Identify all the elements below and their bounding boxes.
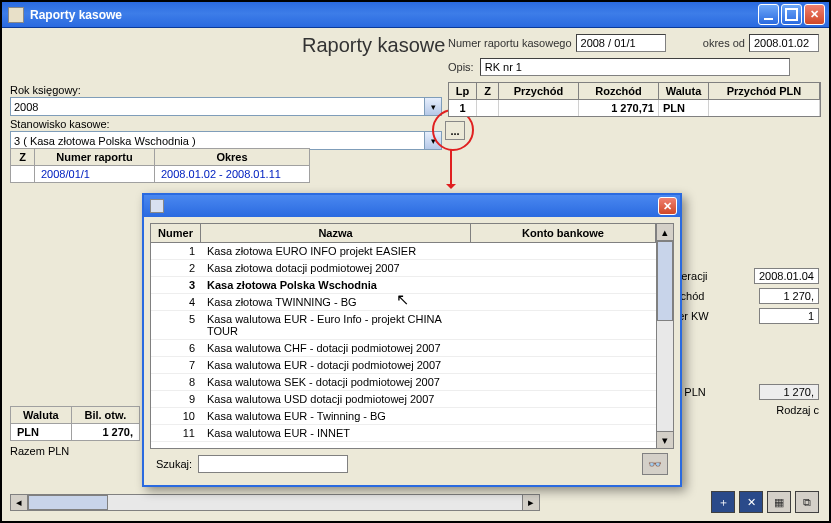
cell-numer: 9	[151, 391, 201, 407]
cell-nazwa: Kasa złotowa TWINNING - BG	[201, 294, 471, 310]
list-item[interactable]: 5Kasa walutowa EUR - Euro Info - projekt…	[151, 311, 656, 340]
year-label: Rok księgowy:	[10, 84, 442, 96]
col-lp-header[interactable]: Lp	[449, 83, 477, 99]
list-item[interactable]: 2Kasa złotowa dotacji podmiotowej 2007	[151, 260, 656, 277]
window-title: Raporty kasowe	[30, 8, 756, 22]
annotation-arrow	[450, 150, 452, 188]
detail-panel: operacji 2008.01.04 ozchód 1 270, mer KW…	[669, 268, 819, 416]
col-przychod-pln-header[interactable]: Przychód PLN	[709, 83, 820, 99]
cell-bil: 1 270,	[71, 424, 139, 441]
cell-konto	[471, 391, 656, 407]
opis-field[interactable]: RK nr 1	[480, 58, 790, 76]
list-item[interactable]: 9Kasa walutowa USD dotacji podmiotowej 2…	[151, 391, 656, 408]
col-numer-header[interactable]: Numer raportu	[35, 149, 155, 166]
detail-operacji-value[interactable]: 2008.01.04	[754, 268, 819, 284]
cell-numer[interactable]: 2008/01/1	[35, 166, 155, 183]
detail-odpln-value: 1 270,	[759, 384, 819, 400]
cell-nazwa: Kasa walutowa EUR - INNET	[201, 425, 471, 441]
search-label: Szukaj:	[156, 458, 192, 470]
list-item[interactable]: 1Kasa złotowa EURO INFO projekt EASIER	[151, 243, 656, 260]
list-item[interactable]: 11Kasa walutowa EUR - INNET	[151, 425, 656, 442]
col-okres-header[interactable]: Okres	[155, 149, 310, 166]
col-bil-header[interactable]: Bil. otw.	[71, 407, 139, 424]
detail-rodzaj-label: Rodzaj c	[669, 404, 819, 416]
station-selector-dialog: Numer Nazwa Konto bankowe 1Kasa złotowa …	[142, 193, 682, 487]
cell-okres[interactable]: 2008.01.02 - 2008.01.11	[155, 166, 310, 183]
cell-numer: 1	[151, 243, 201, 259]
bottom-toolbar: ＋ ✕ ▦ ⧉	[711, 491, 819, 513]
col-nazwa-header[interactable]: Nazwa	[201, 224, 471, 242]
cell-nazwa: Kasa walutowa CHF - dotacji podmiotowej …	[201, 340, 471, 356]
search-button[interactable]: 👓	[642, 453, 668, 475]
binoculars-icon: 👓	[648, 458, 662, 471]
entries-grid: Lp Z Przychód Rozchód Waluta Przychód PL…	[448, 82, 821, 117]
list-item[interactable]: 10Kasa walutowa EUR - Twinning - BG	[151, 408, 656, 425]
col-z2-header[interactable]: Z	[477, 83, 499, 99]
cell-lp: 1	[449, 100, 477, 116]
search-input[interactable]	[198, 455, 348, 473]
cell-numer: 2	[151, 260, 201, 276]
list-item[interactable]: 8Kasa walutowa SEK - dotacji podmiotowej…	[151, 374, 656, 391]
scroll-right-icon[interactable]: ▸	[522, 495, 539, 510]
cell-nazwa: Kasa walutowa EUR - Euro Info - projekt …	[201, 311, 471, 339]
table-row[interactable]: 1 1 270,71 PLN	[449, 100, 820, 116]
detail-ozchod-value[interactable]: 1 270,	[759, 288, 819, 304]
x-icon: ✕	[747, 496, 756, 509]
cell-numer: 5	[151, 311, 201, 339]
cell-nazwa: Kasa złotowa EURO INFO projekt EASIER	[201, 243, 471, 259]
cell-konto	[471, 260, 656, 276]
cell-numer: 4	[151, 294, 201, 310]
cell-rozchod: 1 270,71	[579, 100, 659, 116]
delete-button[interactable]: ✕	[739, 491, 763, 513]
export-button[interactable]: ⧉	[795, 491, 819, 513]
opis-label: Opis:	[448, 61, 474, 73]
scroll-left-icon[interactable]: ◂	[11, 495, 28, 510]
table-row[interactable]: 2008/01/1 2008.01.02 - 2008.01.11	[11, 166, 310, 183]
cell-waluta: PLN	[659, 100, 709, 116]
period-field[interactable]: 2008.01.02	[749, 34, 819, 52]
cell-z	[477, 100, 499, 116]
browse-button[interactable]: ...	[445, 121, 465, 140]
col-przychod-header[interactable]: Przychód	[499, 83, 579, 99]
col-konto-header[interactable]: Konto bankowe	[471, 224, 656, 242]
scroll-up-icon[interactable]: ▴	[657, 224, 673, 241]
grid-button[interactable]: ▦	[767, 491, 791, 513]
vertical-scrollbar[interactable]: ▴ ▾	[656, 224, 673, 448]
report-number-field[interactable]: 2008 / 01/1	[576, 34, 666, 52]
scroll-down-icon[interactable]: ▾	[657, 431, 673, 448]
list-item[interactable]: 6Kasa walutowa CHF - dotacji podmiotowej…	[151, 340, 656, 357]
cell-przychod-pln	[709, 100, 820, 116]
cell-konto	[471, 408, 656, 424]
list-item[interactable]: 4Kasa złotowa TWINNING - BG	[151, 294, 656, 311]
maximize-button[interactable]	[781, 4, 802, 25]
cell-nazwa: Kasa walutowa EUR - dotacji podmiotowej …	[201, 357, 471, 373]
year-combo-value: 2008	[14, 101, 38, 113]
window-titlebar: Raporty kasowe	[2, 2, 829, 28]
detail-merkw-value[interactable]: 1	[759, 308, 819, 324]
cell-nazwa: Kasa walutowa EUR - Twinning - BG	[201, 408, 471, 424]
col-numer2-header[interactable]: Numer	[151, 224, 201, 242]
list-item[interactable]: 3Kasa złotowa Polska Wschodnia	[151, 277, 656, 294]
col-rozchod-header[interactable]: Rozchód	[579, 83, 659, 99]
col-waluta-header[interactable]: Waluta	[659, 83, 709, 99]
add-button[interactable]: ＋	[711, 491, 735, 513]
minimize-button[interactable]	[758, 4, 779, 25]
chevron-down-icon[interactable]	[424, 132, 441, 149]
horizontal-scrollbar[interactable]: ◂ ▸	[10, 494, 540, 511]
scrollbar-thumb[interactable]	[28, 495, 108, 510]
scrollbar-track[interactable]	[657, 321, 673, 431]
scrollbar-thumb[interactable]	[657, 241, 673, 321]
year-combo[interactable]: 2008	[10, 97, 442, 116]
period-label: okres od	[703, 37, 745, 49]
col-z-header[interactable]: Z	[11, 149, 35, 166]
grid-icon: ▦	[774, 496, 784, 509]
list-item[interactable]: 7Kasa walutowa EUR - dotacji podmiotowej…	[151, 357, 656, 374]
cell-numer: 6	[151, 340, 201, 356]
scrollbar-track[interactable]	[108, 495, 522, 510]
col-waluta2-header[interactable]: Waluta	[11, 407, 72, 424]
chevron-down-icon[interactable]	[424, 98, 441, 115]
close-button[interactable]	[804, 4, 825, 25]
table-row[interactable]: PLN 1 270,	[11, 424, 140, 441]
cell-numer: 8	[151, 374, 201, 390]
dialog-close-button[interactable]	[658, 197, 677, 215]
